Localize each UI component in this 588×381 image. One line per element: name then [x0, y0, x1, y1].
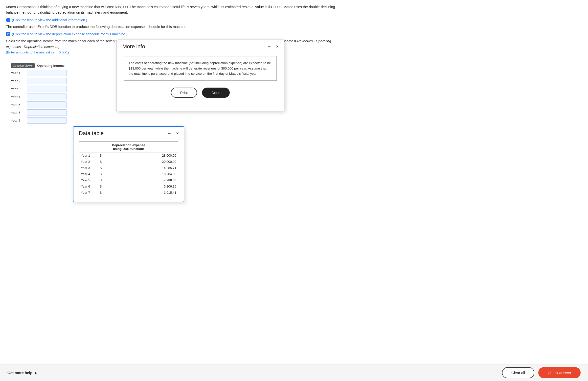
- info-box: The costs of operating the new machine (…: [124, 56, 277, 81]
- dep-amount-3: 14,285.71: [104, 165, 178, 171]
- additional-info-link[interactable]: i (Click the icon to view the additional…: [6, 18, 340, 22]
- data-table-minimize-btn[interactable]: −: [167, 131, 172, 136]
- done-button[interactable]: Done: [202, 88, 230, 98]
- operating-income-year-1[interactable]: [27, 70, 67, 76]
- dep-dollar-sign-7: $: [96, 190, 104, 196]
- dep-dollar-sign-1: $: [96, 152, 104, 159]
- dep-table-row: Year 2$20,000.00: [79, 159, 178, 165]
- dep-dollar-sign-2: $: [96, 159, 104, 165]
- more-info-body: The costs of operating the new machine (…: [116, 52, 284, 111]
- more-info-modal: More info − × The costs of operating the…: [116, 40, 284, 111]
- dep-year-label-3: Year 3: [79, 165, 96, 171]
- info-icon: i: [6, 18, 10, 22]
- bottom-buttons: Clear all Check answer: [502, 367, 581, 378]
- dep-amount-4: 10,204.08: [104, 171, 178, 177]
- bottom-bar: Get more help ▲ Clear all Check answer: [0, 364, 588, 381]
- info-link-text: (Click the icon to view the additional i…: [12, 18, 87, 22]
- dep-dollar-sign-6: $: [96, 183, 104, 190]
- operating-income-year-2[interactable]: [27, 78, 67, 84]
- row-label-year-3: Year 3: [11, 87, 24, 91]
- dep-dollar-sign-3: $: [96, 165, 104, 171]
- data-table-title-bar: Data table − ×: [73, 127, 184, 139]
- dep-amount-2: 20,000.00: [104, 159, 178, 165]
- dep-table-row: Year 1$28,000.00: [79, 152, 178, 159]
- clear-all-button[interactable]: Clear all: [502, 367, 534, 378]
- dep-amount-6: 5,206.16: [104, 183, 178, 190]
- info-box-text: The costs of operating the new machine (…: [129, 60, 272, 76]
- dep-year-label-4: Year 4: [79, 171, 96, 177]
- operating-income-year-6[interactable]: [27, 109, 67, 116]
- row-label-year-6: Year 6: [11, 111, 24, 115]
- dep-table-row: Year 5$7,288.63: [79, 177, 178, 183]
- more-info-title: More info: [122, 43, 145, 50]
- check-answer-button[interactable]: Check answer: [538, 367, 581, 378]
- dep-table-header: Depreciation expenseusing DDB function:: [79, 142, 178, 152]
- more-info-footer: Print Done: [124, 88, 277, 105]
- dep-amount-1: 28,000.00: [104, 152, 178, 159]
- row-label-year-4: Year 4: [11, 95, 24, 99]
- col-header: Operating Income: [37, 64, 65, 68]
- operating-income-year-3[interactable]: [27, 86, 67, 92]
- dep-table-row: Year 6$5,206.16: [79, 183, 178, 190]
- operating-income-year-4[interactable]: [27, 94, 67, 100]
- dep-dollar-sign-4: $: [96, 171, 104, 177]
- grid-icon: ⊞: [6, 32, 10, 36]
- row-label-year-2: Year 2: [11, 79, 24, 83]
- data-table-body: Depreciation expenseusing DDB function: …: [73, 139, 184, 202]
- dep-year-label-7: Year 7: [79, 190, 96, 196]
- print-button[interactable]: Print: [171, 88, 197, 98]
- dep-amount-7: 1,015.41: [104, 190, 178, 196]
- operating-income-year-5[interactable]: [27, 101, 67, 108]
- table-row: Year 7: [11, 117, 340, 124]
- dep-table-row: Year 4$10,204.08: [79, 171, 178, 177]
- get-more-help-link[interactable]: Get more help ▲: [7, 371, 38, 375]
- data-table-close-btn[interactable]: ×: [175, 131, 180, 136]
- get-more-help-arrow: ▲: [34, 371, 38, 375]
- dep-table-body: Year 1$28,000.00Year 2$20,000.00Year 3$1…: [79, 152, 178, 196]
- dep-table-row: Year 7$1,015.41: [79, 190, 178, 196]
- data-table-title: Data table: [79, 130, 104, 137]
- more-info-close-btn[interactable]: ×: [275, 44, 280, 49]
- operating-income-year-7[interactable]: [27, 117, 67, 124]
- dep-link-text: (Click the icon to view the depreciation…: [12, 32, 127, 36]
- row-label-year-7: Year 7: [11, 119, 24, 122]
- dep-year-label-2: Year 2: [79, 159, 96, 165]
- row-label-year-1: Year 1: [11, 71, 24, 75]
- dep-year-label-1: Year 1: [79, 152, 96, 159]
- intro-text: Mateo Corporation is thinking of buying …: [6, 4, 340, 15]
- dep-year-label-6: Year 6: [79, 183, 96, 190]
- depreciation-table: Depreciation expenseusing DDB function: …: [79, 142, 178, 196]
- more-info-controls: − ×: [267, 44, 280, 49]
- row-label-year-5: Year 5: [11, 103, 24, 107]
- dep-year-label-5: Year 5: [79, 177, 96, 183]
- dep-dollar-sign-5: $: [96, 177, 104, 183]
- dep-table-row: Year 3$14,285.71: [79, 165, 178, 171]
- more-info-title-bar: More info − ×: [116, 40, 284, 52]
- depreciation-link[interactable]: ⊞ (Click the icon to view the depreciati…: [6, 32, 340, 36]
- controller-text: The controller uses Excel's DDB function…: [6, 24, 340, 30]
- data-table-modal: Data table − × Depreciation expenseusing…: [73, 126, 184, 202]
- question-viewer-badge: Question Viewer: [11, 63, 35, 68]
- data-table-controls: − ×: [167, 131, 180, 136]
- more-info-minimize-btn[interactable]: −: [267, 44, 272, 49]
- get-more-help-text: Get more help: [7, 371, 32, 375]
- dep-amount-5: 7,288.63: [104, 177, 178, 183]
